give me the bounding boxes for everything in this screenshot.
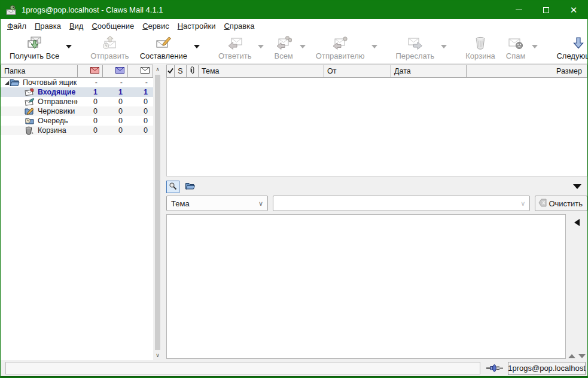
main-toolbar: Получить Все Отправить <box>1 33 587 63</box>
subject-column-header[interactable]: Тема <box>199 65 324 78</box>
folder-row-inbox[interactable]: Входящие 1 1 1 <box>1 87 153 97</box>
size-column-header[interactable]: Размер <box>467 65 587 78</box>
total-count-column-header[interactable] <box>128 65 153 78</box>
pane-splitter[interactable] <box>162 65 166 360</box>
quicksearch-toggle-button[interactable] <box>166 181 179 193</box>
spam-dropdown-arrow[interactable] <box>532 45 538 48</box>
reply-all-icon <box>276 35 292 51</box>
scroll-down-icon[interactable]: ∨ <box>153 350 162 360</box>
message-list[interactable] <box>166 78 587 176</box>
reply-icon <box>227 35 243 51</box>
mimeview-collapse-icon[interactable] <box>574 219 580 226</box>
menu-tools[interactable]: Сервис <box>138 20 173 32</box>
maximize-button[interactable] <box>532 1 560 19</box>
summary-header-row: S Тема От Дата Размер <box>166 65 587 78</box>
folder-header-row: Папка <box>1 65 153 78</box>
search-folder-button[interactable] <box>183 181 197 193</box>
compose-button[interactable]: Составление <box>135 33 193 62</box>
next-arrow-icon <box>571 35 586 51</box>
folder-row-trash[interactable]: Корзина 0 0 0 <box>1 126 153 135</box>
marked-column-header[interactable] <box>166 65 175 78</box>
reply-button[interactable]: Ответить <box>213 33 257 62</box>
current-account-selector[interactable]: 1progs@pop.localhost <box>508 362 586 375</box>
menu-configuration[interactable]: Настройки <box>173 20 220 32</box>
spam-icon <box>508 35 523 51</box>
trash-folder-icon <box>25 126 35 135</box>
compose-dropdown-arrow[interactable] <box>194 45 200 48</box>
status-message-field <box>5 362 480 374</box>
get-mail-button[interactable]: Получить Все <box>4 33 65 62</box>
quicksearch-bar: Тема ∨ ∨ Очистить <box>166 176 587 214</box>
folder-row-drafts[interactable]: Черновики 0 0 0 <box>1 106 153 116</box>
compose-label: Составление <box>140 51 187 60</box>
message-view-area <box>166 214 587 360</box>
close-icon: ✕ <box>570 5 578 14</box>
folder-icon <box>185 182 196 192</box>
folder-pane-scrollbar[interactable]: ∧ ∨ <box>153 65 162 360</box>
mimeview-strip <box>566 214 587 360</box>
trash-label: Корзина <box>465 51 495 60</box>
menu-view[interactable]: Вид <box>65 20 88 32</box>
from-column-header[interactable]: От <box>324 65 391 78</box>
folder-row-queue[interactable]: Очередь 0 0 0 <box>1 116 153 126</box>
reply-sender-dropdown-arrow[interactable] <box>371 45 377 48</box>
scrollbar-thumb[interactable] <box>155 75 160 350</box>
status-column-header[interactable]: S <box>175 65 187 78</box>
claws-mail-window: 1progs@pop.localhost - Claws Mail 4.1.1 … <box>0 0 588 378</box>
forward-dropdown-arrow[interactable] <box>441 45 447 48</box>
menu-help[interactable]: Справка <box>220 20 258 32</box>
forward-button[interactable]: Переслать <box>391 33 440 62</box>
next-unread-button[interactable]: Следующий <box>551 33 588 62</box>
folder-pane: Папка <box>1 65 162 360</box>
folder-column-header[interactable]: Папка <box>1 65 78 78</box>
menu-file[interactable]: Файл <box>3 20 31 32</box>
folder-row-sent[interactable]: Отправленные 0 0 0 <box>1 97 153 106</box>
trash-icon <box>473 35 488 51</box>
spam-button[interactable]: Спам <box>501 33 531 62</box>
title-bar: 1progs@pop.localhost - Claws Mail 4.1.1 … <box>1 1 587 19</box>
chevron-down-icon: ∨ <box>258 200 263 208</box>
search-input-combo[interactable]: ∨ <box>273 196 530 211</box>
minimize-icon <box>516 10 522 10</box>
forward-icon <box>407 35 423 51</box>
reply-all-button[interactable]: Всем <box>269 33 298 62</box>
menu-message[interactable]: Сообщение <box>87 20 138 32</box>
minimize-button[interactable] <box>505 1 532 19</box>
reply-sender-button[interactable]: Отправителю <box>310 33 370 62</box>
attachment-column-header[interactable] <box>187 65 199 78</box>
network-plug-icon[interactable] <box>486 364 503 372</box>
folder-row-mailbox[interactable]: Почтовый ящик - - - <box>1 78 153 87</box>
drafts-folder-icon <box>25 107 35 115</box>
forward-label: Переслать <box>396 51 435 60</box>
check-icon <box>167 67 173 75</box>
next-part-icon[interactable] <box>578 354 586 358</box>
search-type-select[interactable]: Тема ∨ <box>166 196 268 211</box>
message-view[interactable] <box>166 214 566 359</box>
unread-count-column-header[interactable] <box>103 65 128 78</box>
folder-tree: Почтовый ящик - - - Входящие <box>1 78 153 360</box>
send-button[interactable]: Отправить <box>85 33 134 62</box>
scroll-up-icon[interactable]: ∧ <box>153 65 162 74</box>
quicksearch-expand-arrow[interactable] <box>573 184 581 189</box>
reply-all-dropdown-arrow[interactable] <box>300 45 306 48</box>
trash-button[interactable]: Корзина <box>460 33 501 62</box>
sent-folder-icon <box>25 97 35 106</box>
app-icon <box>6 5 17 16</box>
menu-edit[interactable]: Правка <box>31 20 65 32</box>
mailbox-folder-icon <box>10 78 20 87</box>
get-mail-dropdown-arrow[interactable] <box>66 45 72 48</box>
date-column-header[interactable]: Дата <box>391 65 467 78</box>
send-label: Отправить <box>90 51 129 60</box>
reply-sender-icon <box>332 35 348 51</box>
search-input[interactable] <box>275 197 520 210</box>
compose-icon <box>156 35 172 51</box>
clear-search-button[interactable]: Очистить <box>535 196 587 211</box>
new-count-column-header[interactable] <box>78 65 103 78</box>
reply-dropdown-arrow[interactable] <box>258 45 264 48</box>
get-mail-label: Получить Все <box>10 51 59 60</box>
reply-sender-label: Отправителю <box>316 51 365 60</box>
expander-icon[interactable] <box>4 80 10 86</box>
prev-part-icon[interactable] <box>568 354 575 358</box>
close-button[interactable]: ✕ <box>560 1 587 19</box>
magnifier-icon <box>169 182 177 192</box>
